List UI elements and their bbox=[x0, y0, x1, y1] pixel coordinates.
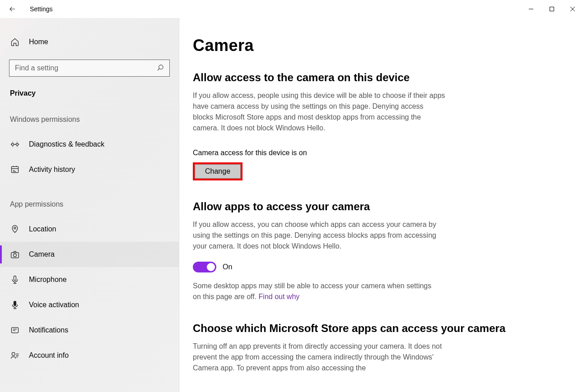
svg-point-5 bbox=[14, 227, 16, 229]
main-content: Camera Allow access to the camera on thi… bbox=[179, 18, 583, 392]
diagnostics-icon bbox=[10, 139, 20, 149]
search-icon bbox=[157, 64, 164, 73]
sidebar-item-label: Notifications bbox=[29, 326, 68, 334]
sidebar-item-label: Voice activation bbox=[29, 301, 79, 309]
history-icon bbox=[10, 165, 20, 175]
account-icon bbox=[10, 350, 20, 360]
back-button[interactable] bbox=[8, 5, 17, 14]
section-text: Turning off an app prevents it from dire… bbox=[193, 341, 446, 374]
sidebar-item-label: Account info bbox=[29, 351, 69, 360]
sidebar-item-microphone[interactable]: Microphone bbox=[0, 267, 179, 292]
apps-access-toggle[interactable] bbox=[193, 262, 216, 272]
svg-point-7 bbox=[14, 254, 17, 257]
svg-rect-8 bbox=[14, 276, 16, 281]
category-label: Privacy bbox=[0, 77, 179, 97]
sidebar-item-label: Microphone bbox=[29, 276, 67, 284]
group-label-windows-permissions: Windows permissions bbox=[0, 97, 179, 132]
desktop-apps-note: Some desktop apps may still be able to a… bbox=[193, 281, 437, 302]
svg-rect-10 bbox=[12, 327, 19, 333]
sidebar-item-notifications[interactable]: Notifications bbox=[0, 318, 179, 343]
section-text: If you allow access, you can choose whic… bbox=[193, 219, 446, 252]
location-icon bbox=[10, 224, 20, 234]
section-header-apps-access: Allow apps to access your camera bbox=[193, 200, 556, 213]
titlebar: Settings bbox=[0, 0, 583, 18]
arrow-left-icon bbox=[9, 5, 17, 13]
sidebar-item-location[interactable]: Location bbox=[0, 217, 179, 242]
search-input[interactable] bbox=[15, 64, 157, 72]
window-controls bbox=[521, 2, 583, 16]
sidebar-home[interactable]: Home bbox=[0, 32, 179, 51]
svg-point-2 bbox=[12, 143, 14, 146]
svg-point-11 bbox=[12, 352, 15, 355]
svg-rect-9 bbox=[14, 301, 16, 306]
change-button[interactable]: Change bbox=[195, 164, 241, 179]
microphone-icon bbox=[10, 275, 20, 285]
home-icon bbox=[10, 37, 20, 47]
change-button-highlight: Change bbox=[193, 162, 243, 180]
device-access-status: Camera access for this device is on bbox=[193, 149, 556, 157]
sidebar-item-label: Diagnostics & feedback bbox=[29, 140, 104, 148]
sidebar-item-label: Location bbox=[29, 225, 56, 233]
svg-rect-0 bbox=[550, 7, 554, 11]
find-out-why-link[interactable]: Find out why bbox=[259, 293, 300, 300]
section-header-device-access: Allow access to the camera on this devic… bbox=[193, 71, 556, 84]
page-title: Camera bbox=[193, 36, 556, 55]
sidebar-item-voice-activation[interactable]: Voice activation bbox=[0, 292, 179, 318]
notifications-icon bbox=[10, 325, 20, 335]
camera-icon bbox=[10, 249, 20, 259]
svg-point-1 bbox=[159, 65, 163, 69]
sidebar-item-label: Camera bbox=[29, 250, 55, 258]
sidebar: Home Privacy Windows permissions Diagnos… bbox=[0, 18, 179, 392]
sidebar-item-diagnostics[interactable]: Diagnostics & feedback bbox=[0, 132, 179, 157]
svg-rect-6 bbox=[11, 253, 19, 258]
voice-icon bbox=[10, 300, 20, 310]
sidebar-item-activity-history[interactable]: Activity history bbox=[0, 157, 179, 182]
search-box[interactable] bbox=[9, 60, 170, 77]
app-title: Settings bbox=[30, 5, 53, 13]
sidebar-item-label: Activity history bbox=[29, 166, 75, 174]
maximize-icon bbox=[549, 6, 555, 12]
maximize-button[interactable] bbox=[541, 2, 562, 16]
sidebar-home-label: Home bbox=[29, 38, 48, 46]
close-button[interactable] bbox=[562, 2, 583, 16]
sidebar-item-camera[interactable]: Camera bbox=[0, 242, 179, 267]
svg-point-3 bbox=[16, 143, 19, 146]
section-header-choose-apps: Choose which Microsoft Store apps can ac… bbox=[193, 322, 556, 335]
minimize-button[interactable] bbox=[521, 2, 541, 16]
group-label-app-permissions: App permissions bbox=[0, 182, 179, 217]
section-text: If you allow access, people using this d… bbox=[193, 90, 446, 134]
minimize-icon bbox=[528, 6, 534, 12]
sidebar-item-account-info[interactable]: Account info bbox=[0, 343, 179, 368]
close-icon bbox=[570, 6, 575, 12]
toggle-state-label: On bbox=[223, 263, 232, 271]
